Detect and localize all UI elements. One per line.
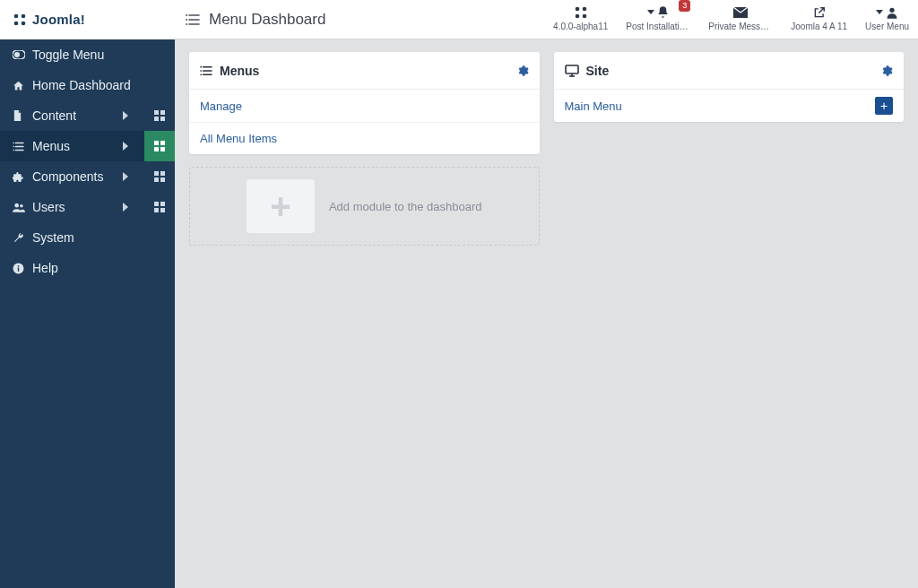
site-row-main-menu[interactable]: Main Menu+ — [554, 90, 905, 122]
menus-row-manage[interactable]: Manage — [189, 90, 540, 122]
page-title-wrap: Menu Dashboard — [175, 11, 325, 29]
gear-icon[interactable] — [516, 65, 529, 77]
svg-rect-37 — [154, 202, 159, 206]
sidebar-item-components[interactable]: Components — [0, 161, 175, 192]
user-icon — [876, 4, 899, 22]
sidebar-item-help[interactable]: Help — [0, 253, 175, 283]
brand-text: Joomla! — [32, 12, 85, 27]
svg-rect-31 — [154, 171, 159, 176]
svg-rect-17 — [154, 110, 159, 115]
svg-point-49 — [200, 74, 202, 75]
mail-icon — [733, 4, 748, 22]
home-icon — [13, 80, 32, 91]
column-left: Menus ManageAll Menu Items + Add module … — [189, 52, 540, 246]
svg-rect-19 — [154, 117, 159, 121]
svg-rect-29 — [154, 147, 159, 151]
svg-rect-27 — [154, 141, 159, 145]
monitor-icon — [565, 65, 579, 77]
sidebar-item-toggle-menu[interactable]: Toggle Menu — [0, 39, 175, 70]
chevron-right-icon — [123, 172, 128, 181]
row-label: Manage — [200, 99, 242, 113]
ext-icon — [813, 4, 826, 22]
dashboard-grid-icon[interactable] — [144, 161, 175, 192]
sidebar-item-menus[interactable]: Menus — [0, 131, 175, 161]
sidebar-item-label: Home Dashboard — [32, 78, 131, 92]
sidebar-item-label: Menus — [32, 139, 70, 153]
svg-point-24 — [13, 142, 14, 143]
column-right: Site Main Menu+ — [554, 52, 905, 122]
users-icon — [13, 203, 32, 212]
header-item-user-menu[interactable]: User Menu — [856, 0, 918, 31]
joomla-icon — [574, 4, 588, 22]
sidebar-item-label: Components — [32, 169, 103, 184]
header-item-label: Joomla 4 A 11 — [791, 22, 847, 31]
dashboard-grid-icon[interactable] — [144, 100, 175, 131]
card-menus-title: Menus — [220, 64, 259, 78]
svg-point-0 — [14, 13, 19, 18]
add-button[interactable]: + — [875, 97, 893, 115]
list-icon — [13, 142, 32, 151]
dashboard-grid-icon[interactable] — [144, 192, 175, 222]
add-module-tile[interactable]: + Add module to the dashboard — [189, 167, 540, 246]
menus-row-all-items[interactable]: All Menu Items — [189, 122, 540, 154]
svg-rect-40 — [160, 208, 165, 212]
sidebar-item-label: Help — [32, 261, 58, 275]
header-item-site-link[interactable]: Joomla 4 A 11 — [782, 0, 856, 31]
sidebar-item-home-dash[interactable]: Home Dashboard — [0, 70, 175, 100]
svg-rect-30 — [160, 147, 165, 151]
sidebar-item-label: Users — [32, 200, 65, 214]
svg-point-3 — [22, 21, 26, 25]
top-header: Joomla! Menu Dashboard 4.0.0-alpha11Post… — [0, 0, 918, 39]
svg-point-8 — [186, 19, 187, 21]
toggle-icon — [13, 50, 32, 59]
svg-point-2 — [14, 21, 19, 25]
brand[interactable]: Joomla! — [0, 0, 175, 39]
row-label: Main Menu — [565, 99, 622, 113]
main-content: Menus ManageAll Menu Items + Add module … — [175, 39, 918, 588]
list-icon — [200, 65, 212, 76]
gear-icon[interactable] — [880, 65, 893, 77]
row-label: All Menu Items — [200, 132, 277, 145]
svg-point-35 — [14, 203, 19, 207]
info-icon — [13, 263, 32, 274]
card-menus: Menus ManageAll Menu Items — [189, 52, 540, 154]
svg-rect-33 — [154, 177, 159, 182]
header-item-post-install[interactable]: Post Installation ...3 — [617, 0, 699, 31]
header-item-label: 4.0.0-alpha11 — [553, 22, 608, 31]
svg-point-12 — [575, 13, 579, 18]
dashboard-grid-icon[interactable] — [144, 131, 175, 161]
bell-icon — [647, 4, 670, 22]
sidebar-item-content[interactable]: Content — [0, 100, 175, 131]
svg-rect-50 — [566, 65, 578, 74]
svg-rect-18 — [160, 110, 165, 115]
sidebar-item-users[interactable]: Users — [0, 192, 175, 222]
svg-point-10 — [575, 6, 579, 11]
header-item-private-msgs[interactable]: Private Messages — [699, 0, 782, 31]
file-icon — [13, 110, 32, 122]
svg-point-13 — [582, 13, 586, 18]
sidebar: Toggle MenuHome DashboardContentMenusCom… — [0, 39, 175, 588]
chevron-right-icon — [123, 142, 128, 151]
header-item-version-info[interactable]: 4.0.0-alpha11 — [544, 0, 617, 31]
svg-rect-28 — [160, 141, 165, 145]
sidebar-item-label: Toggle Menu — [32, 48, 104, 62]
svg-point-9 — [186, 23, 187, 25]
svg-point-14 — [889, 7, 894, 12]
page-title: Menu Dashboard — [209, 11, 325, 29]
add-module-label: Add module to the dashboard — [329, 200, 482, 213]
svg-rect-32 — [160, 171, 165, 176]
header-item-label: Post Installation ... — [626, 22, 690, 31]
card-site-header: Site — [554, 52, 905, 90]
header-item-label: User Menu — [865, 22, 909, 31]
svg-rect-39 — [154, 208, 159, 212]
card-menus-header: Menus — [189, 52, 540, 90]
svg-point-48 — [200, 70, 202, 72]
sidebar-item-system[interactable]: System — [0, 222, 175, 253]
svg-point-26 — [13, 149, 14, 151]
badge: 3 — [679, 0, 690, 12]
app-shell: Toggle MenuHome DashboardContentMenusCom… — [0, 39, 918, 588]
joomla-logo-icon — [13, 13, 27, 27]
plus-large-icon: + — [247, 179, 315, 233]
wrench-icon — [13, 232, 32, 244]
svg-rect-38 — [160, 202, 165, 206]
